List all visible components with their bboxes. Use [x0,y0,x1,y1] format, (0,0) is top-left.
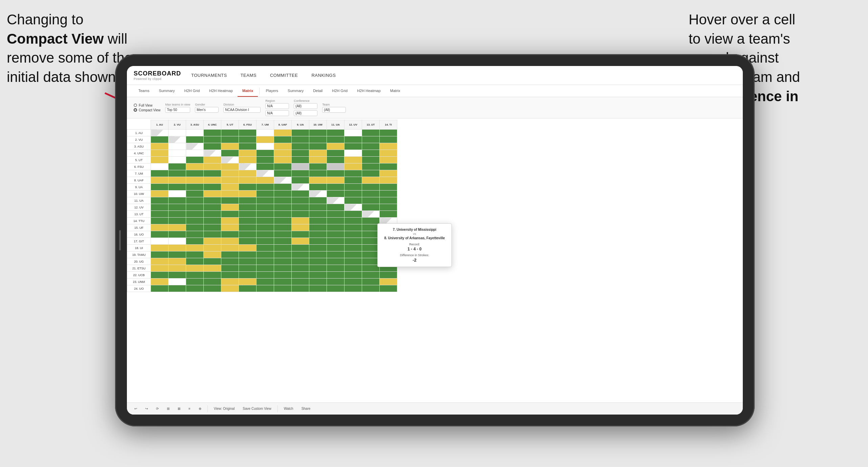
matrix-cell-21-12[interactable] [362,272,380,279]
matrix-cell-10-9[interactable] [309,197,327,204]
matrix-cell-2-0[interactable] [151,143,169,150]
matrix-cell-4-13[interactable] [380,157,397,163]
conference-select2[interactable]: (All) [294,110,317,116]
matrix-cell-23-8[interactable] [292,285,309,292]
matrix-cell-9-12[interactable] [362,191,380,197]
matrix-cell-23-3[interactable] [204,285,221,292]
matrix-cell-14-9[interactable] [309,224,327,231]
matrix-cell-3-2[interactable] [186,150,204,157]
matrix-cell-19-1[interactable] [169,258,186,265]
matrix-cell-4-4[interactable] [221,157,239,163]
matrix-cell-21-4[interactable] [221,272,239,279]
matrix-cell-18-11[interactable] [344,251,362,258]
matrix-cell-12-10[interactable] [327,211,344,218]
compact-view-radio[interactable] [134,108,137,112]
matrix-cell-19-9[interactable] [309,258,327,265]
matrix-cell-13-5[interactable] [239,218,257,224]
matrix-cell-23-9[interactable] [309,285,327,292]
matrix-cell-6-11[interactable] [344,170,362,177]
sub-nav-h2h-grid2[interactable]: H2H Grid [327,85,352,97]
division-select[interactable]: NCAA Division I [223,107,261,113]
matrix-cell-4-9[interactable] [309,157,327,163]
matrix-cell-10-1[interactable] [169,197,186,204]
matrix-cell-1-0[interactable] [151,136,169,143]
redo-btn[interactable]: ↪ [143,406,150,412]
matrix-cell-10-5[interactable] [239,197,257,204]
matrix-cell-22-10[interactable] [327,279,344,285]
matrix-cell-1-7[interactable] [274,136,292,143]
matrix-cell-10-4[interactable] [221,197,239,204]
matrix-cell-8-8[interactable] [292,184,309,191]
matrix-cell-2-6[interactable] [257,143,274,150]
matrix-cell-4-6[interactable] [257,157,274,163]
matrix-cell-16-8[interactable] [292,238,309,245]
matrix-cell-17-10[interactable] [327,245,344,251]
matrix-cell-18-0[interactable] [151,251,169,258]
matrix-cell-18-6[interactable] [257,251,274,258]
nav-committee[interactable]: COMMITTEE [270,71,298,79]
matrix-cell-14-6[interactable] [257,224,274,231]
matrix-cell-11-5[interactable] [239,204,257,211]
matrix-cell-0-6[interactable] [257,130,274,136]
sub-nav-h2h-heatmap2[interactable]: H2H Heatmap [352,85,385,97]
matrix-cell-9-9[interactable] [309,191,327,197]
matrix-cell-12-2[interactable] [186,211,204,218]
matrix-cell-17-5[interactable] [239,245,257,251]
matrix-cell-18-4[interactable] [221,251,239,258]
matrix-cell-7-12[interactable] [362,177,380,184]
matrix-cell-3-13[interactable] [380,150,397,157]
matrix-cell-9-3[interactable] [204,191,221,197]
matrix-cell-3-0[interactable] [151,150,169,157]
matrix-cell-21-6[interactable] [257,272,274,279]
matrix-cell-5-4[interactable] [221,163,239,170]
matrix-cell-15-12[interactable] [362,231,380,238]
matrix-cell-8-13[interactable] [380,184,397,191]
matrix-cell-1-13[interactable] [380,136,397,143]
matrix-cell-22-1[interactable] [169,279,186,285]
matrix-cell-19-5[interactable] [239,258,257,265]
matrix-cell-5-7[interactable] [274,163,292,170]
matrix-cell-16-9[interactable] [309,238,327,245]
matrix-cell-7-3[interactable] [204,177,221,184]
matrix-cell-21-3[interactable] [204,272,221,279]
matrix-cell-10-6[interactable] [257,197,274,204]
matrix-cell-4-5[interactable] [239,157,257,163]
matrix-cell-13-7[interactable] [274,218,292,224]
matrix-cell-11-9[interactable] [309,204,327,211]
watch-btn[interactable]: Watch [282,406,295,412]
matrix-cell-22-5[interactable] [239,279,257,285]
matrix-cell-3-6[interactable] [257,150,274,157]
matrix-cell-23-0[interactable] [151,285,169,292]
matrix-cell-2-11[interactable] [344,143,362,150]
matrix-cell-7-10[interactable] [327,177,344,184]
matrix-cell-6-4[interactable] [221,170,239,177]
matrix-cell-4-3[interactable] [204,157,221,163]
matrix-cell-9-5[interactable] [239,191,257,197]
matrix-cell-3-11[interactable] [344,150,362,157]
matrix-cell-11-1[interactable] [169,204,186,211]
matrix-cell-13-9[interactable] [309,218,327,224]
toolbar-btn6[interactable]: ≡ [186,406,193,412]
matrix-cell-1-6[interactable] [257,136,274,143]
matrix-cell-5-9[interactable] [309,163,327,170]
matrix-cell-3-9[interactable] [309,150,327,157]
matrix-cell-0-8[interactable] [292,130,309,136]
sub-nav-summary1[interactable]: Summary [154,85,179,97]
matrix-cell-8-7[interactable] [274,184,292,191]
matrix-cell-2-2[interactable] [186,143,204,150]
matrix-cell-3-3[interactable] [204,150,221,157]
matrix-cell-12-6[interactable] [257,211,274,218]
matrix-cell-18-1[interactable] [169,251,186,258]
matrix-cell-19-11[interactable] [344,258,362,265]
matrix-cell-8-6[interactable] [257,184,274,191]
matrix-cell-5-3[interactable] [204,163,221,170]
matrix-cell-9-8[interactable] [292,191,309,197]
matrix-cell-14-1[interactable] [169,224,186,231]
matrix-cell-18-8[interactable] [292,251,309,258]
matrix-cell-19-3[interactable] [204,258,221,265]
matrix-cell-13-4[interactable] [221,218,239,224]
matrix-cell-20-4[interactable] [221,265,239,272]
matrix-cell-6-1[interactable] [169,170,186,177]
matrix-cell-17-9[interactable] [309,245,327,251]
matrix-cell-15-10[interactable] [327,231,344,238]
